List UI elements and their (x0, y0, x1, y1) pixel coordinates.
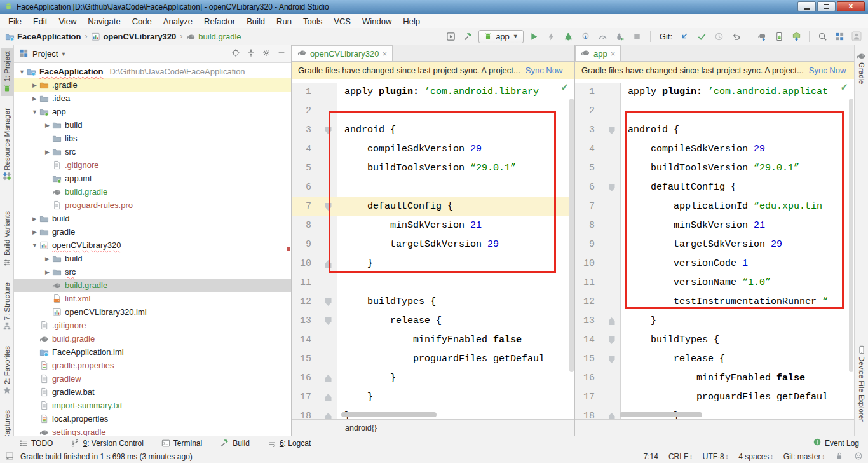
avd-manager-button[interactable] (773, 30, 785, 43)
collapsed-arrow-icon[interactable]: ▶ (31, 82, 39, 88)
status-git-master[interactable]: Git: master↕ (783, 452, 825, 461)
event-log-button[interactable]: Event Log (813, 438, 859, 448)
vertical-scrollbar[interactable] (569, 99, 574, 372)
avatar-button[interactable] (850, 30, 863, 43)
toolwindow-button-todo[interactable]: TODO (19, 439, 53, 448)
collapsed-arrow-icon[interactable]: ▶ (31, 229, 39, 235)
expanded-arrow-icon[interactable]: ▼ (31, 242, 39, 249)
fold-marker-icon[interactable] (609, 356, 615, 363)
history-button[interactable] (712, 30, 725, 43)
tree-item-build-gradle[interactable]: build.gradle (14, 332, 291, 345)
horizontal-scrollbar[interactable] (620, 412, 702, 417)
tree-item-opencvlibrary320-iml[interactable]: openCVLibrary320.iml (14, 305, 291, 319)
fold-marker-icon[interactable] (325, 394, 332, 401)
expanded-arrow-icon[interactable]: ▼ (31, 109, 39, 115)
menu-window[interactable]: Window (356, 15, 397, 27)
tree-item-local-properties[interactable]: local.properties (14, 412, 291, 425)
sync-now-link[interactable]: Sync Now (809, 66, 846, 75)
collapsed-arrow-icon[interactable]: ▶ (43, 256, 51, 262)
collapse-all-button[interactable] (247, 48, 255, 59)
code-editor[interactable]: 1apply plugin: ’com.android.library23and… (292, 79, 574, 419)
run-toolwindow-button[interactable] (444, 30, 457, 43)
search-button[interactable] (816, 30, 829, 43)
maximize-button[interactable] (817, 1, 836, 11)
tree-item-app[interactable]: ▼app (14, 105, 291, 118)
sync-now-link[interactable]: Sync Now (526, 66, 563, 75)
menu-navigate[interactable]: Navigate (82, 15, 126, 27)
menu-file[interactable]: File (3, 15, 27, 27)
stripe-device-file-explorer[interactable]: Device File Explorer (856, 342, 867, 425)
tree-item-proguard-rules-pro[interactable]: proguard-rules.pro (14, 198, 291, 212)
stripe-layout-captures[interactable]: Layout Captures (1, 407, 13, 436)
breadcrumb-opencvlibrary320[interactable]: openCVLibrary320 (91, 32, 176, 41)
minus-button[interactable] (277, 48, 286, 59)
rollback-button[interactable] (729, 30, 742, 43)
tree-item-faceapplication[interactable]: ▼FaceApplicationD:\Github\JavaCode\FaceA… (14, 65, 291, 78)
fold-marker-icon[interactable] (325, 203, 332, 211)
tree-item-opencvlibrary320[interactable]: ▼openCVLibrary320 (14, 238, 291, 252)
tab-app[interactable]: app × (575, 45, 621, 61)
tree-item-faceapplication-iml[interactable]: FaceApplication.iml (14, 345, 291, 359)
status-7-14[interactable]: 7:14 (644, 452, 658, 461)
editor-breadcrumb[interactable]: android{} (292, 419, 574, 436)
stripe-build-variants[interactable]: Build Variants (1, 208, 13, 270)
fold-marker-icon[interactable] (325, 413, 332, 419)
menu-build[interactable]: Build (241, 15, 271, 27)
fold-marker-icon[interactable] (609, 127, 615, 134)
menu-refactor[interactable]: Refactor (198, 15, 241, 27)
menu-view[interactable]: View (53, 15, 82, 27)
tree-item-lint-xml[interactable]: lint.xml (14, 292, 291, 305)
project-structure-button[interactable] (833, 30, 846, 43)
code-editor[interactable]: 1apply plugin: ’com.android.applicat23an… (575, 79, 854, 419)
close-tab-icon[interactable]: × (382, 49, 387, 59)
vertical-scrollbar[interactable] (849, 99, 853, 372)
gear-button[interactable] (262, 48, 271, 59)
toolwindow-button-build[interactable]: Build (220, 438, 250, 448)
menu-tools[interactable]: Tools (297, 15, 328, 27)
debug-button[interactable] (562, 30, 575, 43)
menu-help[interactable]: Help (397, 15, 426, 27)
coverage-button[interactable] (614, 30, 627, 43)
stripe-7-structure[interactable]: 7: Structure (1, 279, 13, 334)
status-4-spaces[interactable]: 4 spaces↕ (738, 452, 773, 461)
chevron-down-icon[interactable]: ▼ (60, 51, 66, 57)
tree-item-src[interactable]: ▶src (14, 265, 291, 279)
stripe-gradle[interactable]: Gradle (855, 48, 867, 88)
close-tab-icon[interactable]: × (611, 49, 616, 59)
tree-item--gitignore[interactable]: .gitignore (14, 319, 291, 332)
tree-item-gradlew-bat[interactable]: gradlew.bat (14, 385, 291, 399)
fold-marker-icon[interactable] (325, 298, 332, 306)
fold-marker-icon[interactable] (609, 413, 615, 419)
tree-item-gradle-properties[interactable]: gradle.properties (14, 359, 291, 372)
collapsed-arrow-icon[interactable]: ▶ (43, 149, 51, 155)
status-crlf[interactable]: CRLF↕ (668, 452, 693, 461)
close-button[interactable]: × (837, 1, 865, 11)
collapsed-arrow-icon[interactable]: ▶ (43, 269, 51, 275)
menu-run[interactable]: Run (271, 15, 297, 27)
menu-code[interactable]: Code (126, 15, 158, 27)
collapsed-arrow-icon[interactable]: ▶ (43, 122, 51, 128)
vcs-update-button[interactable] (678, 30, 691, 43)
stripe-1-project[interactable]: 1: Project (1, 48, 13, 96)
status-utf-8[interactable]: UTF-8↕ (703, 452, 729, 461)
menu-vcs[interactable]: VCS (328, 15, 356, 27)
breadcrumb-faceapplication[interactable]: FaceApplication (5, 32, 81, 41)
tree-item-libs[interactable]: libs (14, 132, 291, 145)
gradle-sync-button[interactable] (756, 30, 768, 43)
sdk-manager-button[interactable] (790, 30, 803, 43)
tree-item-build[interactable]: ▶build (14, 118, 291, 132)
fold-marker-icon[interactable] (325, 260, 332, 268)
tree-item--idea[interactable]: ▶.idea (14, 92, 291, 105)
tree-item-build-gradle[interactable]: build.gradle (14, 279, 291, 292)
toolwindow-button-6-logcat[interactable]: 6: Logcat (268, 439, 311, 448)
run-button[interactable] (528, 30, 541, 43)
target-button[interactable] (231, 48, 240, 59)
toolwindow-toggle-icon[interactable] (5, 452, 14, 462)
tree-item-build[interactable]: ▶build (14, 212, 291, 225)
tree-item-build-gradle[interactable]: build.gradle (14, 185, 291, 198)
toolwindow-button-9-version-control[interactable]: 9: Version Control (71, 439, 143, 448)
horizontal-scrollbar[interactable] (341, 412, 437, 417)
editor-breadcrumb[interactable] (575, 419, 854, 436)
tab-opencvlibrary320[interactable]: openCVLibrary320 × (292, 45, 393, 61)
fold-marker-icon[interactable] (609, 184, 615, 191)
